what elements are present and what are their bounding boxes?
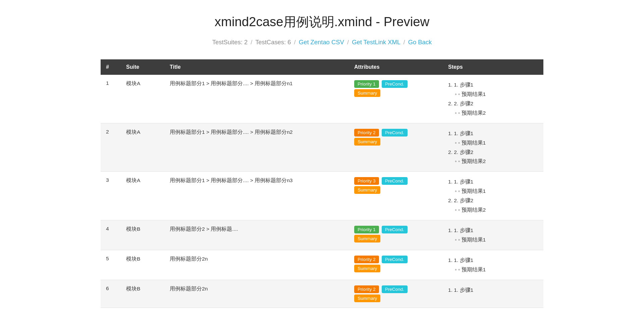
summary-badge: Summary xyxy=(354,235,380,242)
col-header-steps: Steps xyxy=(443,59,543,75)
table-row: 3 模块A 用例标题部分1 > 用例标题部分.... > 用例标题部分n3 Pr… xyxy=(101,172,543,220)
summary-badge: Summary xyxy=(354,138,380,146)
row-title: 用例标题部分1 > 用例标题部分.... > 用例标题部分n3 xyxy=(164,172,349,220)
precond-badge: PreCond. xyxy=(382,256,408,263)
precond-badge: PreCond. xyxy=(382,285,408,293)
sep4: / xyxy=(403,39,405,46)
row-title: 用例标题部分1 > 用例标题部分.... > 用例标题部分n1 xyxy=(164,75,349,123)
priority-badge: Priority 3 xyxy=(354,177,379,185)
step-main-item: 2. 步骤2 xyxy=(448,196,538,205)
precond-badge: PreCond. xyxy=(382,226,408,233)
row-steps: 1. 步骤1◦ 预期结果12. 步骤2◦ 预期结果2 xyxy=(443,75,543,123)
col-header-title: Title xyxy=(164,59,349,75)
step-main-item: 1. 步骤1 xyxy=(448,285,538,295)
go-back-link[interactable]: Go Back xyxy=(408,39,432,46)
row-suite: 模块B xyxy=(121,250,164,280)
row-attributes: Priority 1 PreCond. Summary xyxy=(349,220,443,250)
step-sub-item: ◦ 预期结果1 xyxy=(448,235,538,245)
row-num: 2 xyxy=(101,123,121,172)
precond-badge: PreCond. xyxy=(382,129,408,137)
row-num: 4 xyxy=(101,220,121,250)
testcases-label: TestCases: xyxy=(255,39,286,46)
table-row: 5 模块B 用例标题部分2n Priority 2 PreCond. Summa… xyxy=(101,250,543,280)
row-attributes: Priority 2 PreCond. Summary xyxy=(349,280,443,308)
row-title: 用例标题部分2n xyxy=(164,250,349,280)
row-suite: 模块B xyxy=(121,280,164,308)
summary-badge: Summary xyxy=(354,294,380,302)
row-steps: 1. 步骤1 xyxy=(443,280,543,308)
row-attributes: Priority 2 PreCond. Summary xyxy=(349,123,443,172)
testsuites-count: 2 xyxy=(244,39,248,46)
row-suite: 模块A xyxy=(121,75,164,123)
priority-badge: Priority 2 xyxy=(354,285,379,293)
sep1: / xyxy=(251,39,252,46)
summary-badge: Summary xyxy=(354,186,380,194)
row-attributes: Priority 1 PreCond. Summary xyxy=(349,75,443,123)
row-steps: 1. 步骤1◦ 预期结果1 xyxy=(443,250,543,280)
row-num: 1 xyxy=(101,75,121,123)
col-header-num: # xyxy=(101,59,121,75)
step-main-item: 1. 步骤1 xyxy=(448,177,538,186)
row-title: 用例标题部分2 > 用例标题.... xyxy=(164,220,349,250)
row-suite: 模块A xyxy=(121,123,164,172)
subtitle: TestSuites: 2 / TestCases: 6 / Get Zenta… xyxy=(101,39,543,46)
row-steps: 1. 步骤1◦ 预期结果12. 步骤2◦ 预期结果2 xyxy=(443,172,543,220)
step-main-item: 1. 步骤1 xyxy=(448,226,538,235)
col-header-attributes: Attributes xyxy=(349,59,443,75)
row-steps: 1. 步骤1◦ 预期结果12. 步骤2◦ 预期结果2 xyxy=(443,123,543,172)
table-row: 1 模块A 用例标题部分1 > 用例标题部分.... > 用例标题部分n1 Pr… xyxy=(101,75,543,123)
priority-badge: Priority 2 xyxy=(354,256,379,263)
step-main-item: 1. 步骤1 xyxy=(448,80,538,90)
sep2: / xyxy=(294,39,296,46)
summary-badge: Summary xyxy=(354,89,380,97)
testcases-count: 6 xyxy=(287,39,291,46)
priority-badge: Priority 2 xyxy=(354,129,379,137)
row-attributes: Priority 2 PreCond. Summary xyxy=(349,250,443,280)
step-main-item: 2. 步骤2 xyxy=(448,148,538,157)
precond-badge: PreCond. xyxy=(382,177,408,185)
row-steps: 1. 步骤1◦ 预期结果1 xyxy=(443,220,543,250)
step-sub-item: ◦ 预期结果1 xyxy=(448,90,538,99)
step-sub-item: ◦ 预期结果2 xyxy=(448,108,538,118)
step-sub-item: ◦ 预期结果1 xyxy=(448,138,538,148)
step-main-item: 1. 步骤1 xyxy=(448,129,538,138)
get-testlink-xml-link[interactable]: Get TestLink XML xyxy=(352,39,400,46)
table-body: 1 模块A 用例标题部分1 > 用例标题部分.... > 用例标题部分n1 Pr… xyxy=(101,75,543,308)
step-sub-item: ◦ 预期结果1 xyxy=(448,186,538,196)
row-num: 3 xyxy=(101,172,121,220)
table-row: 6 模块B 用例标题部分2n Priority 2 PreCond. Summa… xyxy=(101,280,543,308)
row-title: 用例标题部分2n xyxy=(164,280,349,308)
row-num: 5 xyxy=(101,250,121,280)
row-title: 用例标题部分1 > 用例标题部分.... > 用例标题部分n2 xyxy=(164,123,349,172)
step-sub-item: ◦ 预期结果2 xyxy=(448,205,538,215)
page-title: xmind2case用例说明.xmind - Preview xyxy=(101,13,543,31)
row-suite: 模块B xyxy=(121,220,164,250)
precond-badge: PreCond. xyxy=(382,80,408,88)
priority-badge: Priority 1 xyxy=(354,80,379,88)
col-header-suite: Suite xyxy=(121,59,164,75)
step-main-item: 1. 步骤1 xyxy=(448,256,538,265)
step-sub-item: ◦ 预期结果1 xyxy=(448,265,538,274)
row-suite: 模块A xyxy=(121,172,164,220)
header-row: # Suite Title Attributes Steps xyxy=(101,59,543,75)
table-row: 2 模块A 用例标题部分1 > 用例标题部分.... > 用例标题部分n2 Pr… xyxy=(101,123,543,172)
get-zentao-csv-link[interactable]: Get Zentao CSV xyxy=(299,39,344,46)
page-wrapper: xmind2case用例说明.xmind - Preview TestSuite… xyxy=(87,0,557,325)
priority-badge: Priority 1 xyxy=(354,226,379,233)
testsuites-label: TestSuites: xyxy=(212,39,243,46)
summary-badge: Summary xyxy=(354,265,380,272)
table-row: 4 模块B 用例标题部分2 > 用例标题.... Priority 1 PreC… xyxy=(101,220,543,250)
test-cases-table: # Suite Title Attributes Steps 1 模块A 用例标… xyxy=(101,59,543,308)
row-attributes: Priority 3 PreCond. Summary xyxy=(349,172,443,220)
table-header: # Suite Title Attributes Steps xyxy=(101,59,543,75)
sep3: / xyxy=(347,39,349,46)
row-num: 6 xyxy=(101,280,121,308)
step-main-item: 2. 步骤2 xyxy=(448,99,538,108)
step-sub-item: ◦ 预期结果2 xyxy=(448,157,538,166)
